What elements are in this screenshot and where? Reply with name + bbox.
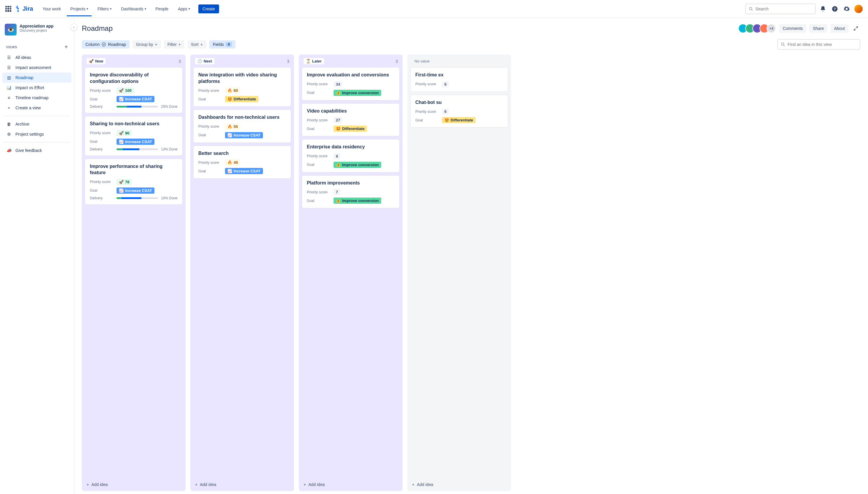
goal-emoji: 💰 [336, 198, 341, 203]
idea-card[interactable]: First-time exPriority score6 [410, 67, 508, 92]
add-view-icon[interactable]: + [65, 44, 68, 50]
idea-card[interactable]: Platform improvementsPriority score7Goal… [302, 175, 400, 209]
idea-card[interactable]: Enterprise data residencyPriority score8… [302, 139, 400, 172]
add-idea-label: Add idea [308, 482, 325, 487]
share-button[interactable]: Share [809, 24, 827, 33]
board-column-next: 🕐Next3New integration with video sharing… [190, 55, 294, 491]
priority-label: Priority score [90, 180, 116, 184]
nav-dashboards[interactable]: Dashboards▾ [117, 2, 150, 16]
app-switcher-icon[interactable] [5, 5, 12, 13]
board-column-later: ⏳Later3Improve evaluation and conversion… [299, 55, 402, 491]
filter-chip[interactable]: Filter+ [164, 40, 184, 49]
goal-label: Goal [307, 91, 333, 95]
goal-value: Increase CSAT [125, 188, 152, 193]
score-value: 100 [125, 88, 132, 93]
column-tag[interactable]: No value [412, 58, 432, 64]
about-button[interactable]: About [830, 24, 848, 33]
sidebar-item-all-ideas[interactable]: ☰All ideas [2, 53, 71, 62]
fields-chip[interactable]: Fields4 [209, 40, 235, 49]
goal-emoji: 🤩 [228, 97, 232, 101]
nav-apps[interactable]: Apps▾ [174, 2, 194, 16]
idea-card[interactable]: Improve evaluation and conversionsPriori… [302, 67, 400, 100]
idea-card[interactable]: Dashboards for non-technical usersPriori… [193, 110, 291, 143]
score-value: 78 [125, 180, 129, 184]
score-value: 6 [445, 82, 447, 87]
global-search[interactable] [745, 3, 816, 14]
idea-card[interactable]: Sharing to non-technical usersPriority s… [85, 116, 183, 156]
board-icon: ▥ [6, 75, 12, 80]
plus-icon: + [6, 106, 12, 110]
add-idea-button[interactable]: +Add idea [82, 478, 185, 491]
priority-label: Priority score [307, 118, 333, 122]
goal-pill: 🤩Differentiate [333, 126, 367, 132]
priority-score-pill: 7 [333, 189, 340, 195]
column-tag[interactable]: 🕐Next [195, 58, 214, 64]
idea-card[interactable]: Improve discoverability of configuration… [85, 67, 183, 113]
sort-chip[interactable]: Sort+ [187, 40, 206, 49]
profile-avatar[interactable] [854, 4, 863, 14]
goal-label: Goal [415, 118, 442, 122]
group-by-chip[interactable]: Group by+ [132, 40, 161, 49]
sidebar-item-create-view[interactable]: +Create a view [2, 103, 71, 113]
idea-card[interactable]: Chat-bot suPriority score6Goal🤩Different… [410, 95, 508, 128]
priority-label: Priority score [307, 190, 333, 194]
add-idea-button[interactable]: +Add idea [407, 478, 511, 491]
jira-logo[interactable]: Jira [14, 5, 33, 13]
content: Roadmap +3 Comments Share About Column [74, 18, 868, 494]
idea-card[interactable]: New integration with video sharing platf… [193, 67, 291, 107]
board-column-now: 🚀Now3Improve discoverability of configur… [82, 55, 185, 491]
column-tag[interactable]: ⏳Later [304, 58, 324, 64]
goal-emoji: 📈 [228, 169, 232, 173]
comments-button[interactable]: Comments [779, 24, 806, 33]
sidebar-item-timeline-roadmap[interactable]: ≡Timeline roadmap [2, 93, 71, 103]
help-icon[interactable]: ? [830, 4, 839, 14]
goal-label: Goal [198, 169, 225, 173]
priority-score-pill: 34 [333, 81, 342, 88]
goal-pill: 💰Improve conversion [333, 162, 381, 168]
project-header[interactable]: 👁️ Appreciation app Discovery project [2, 24, 71, 41]
plus-icon: + [195, 482, 197, 487]
sidebar-item-archive[interactable]: 🗑Archive [2, 119, 71, 129]
goal-pill: 🤩Differentiate [225, 96, 258, 102]
card-title: Enterprise data residency [307, 144, 395, 150]
find-idea-search[interactable] [777, 39, 860, 50]
avatar-stack[interactable]: +3 [738, 24, 776, 33]
global-search-input[interactable] [755, 6, 812, 11]
goal-value: Improve conversion [342, 163, 379, 167]
nav-filters[interactable]: Filters▾ [94, 2, 115, 16]
sidebar-item-label: Project settings [15, 132, 44, 136]
score-emoji: 🚀 [119, 131, 124, 135]
sidebar-item-project-settings[interactable]: ⚙Project settings [2, 129, 71, 139]
column-tag[interactable]: 🚀Now [87, 58, 106, 64]
goal-pill: 📈Increase CSAT [116, 139, 155, 145]
idea-card[interactable]: Improve performance of sharing featurePr… [85, 159, 183, 205]
goal-pill: 📈Increase CSAT [225, 168, 263, 174]
sidebar-item-roadmap[interactable]: ▥Roadmap [2, 73, 71, 83]
sidebar-item-give-feedback[interactable]: 📣Give feedback [2, 146, 71, 155]
nav-projects[interactable]: Projects▾ [67, 2, 92, 16]
collapse-sidebar-button[interactable]: ‹ [70, 24, 77, 31]
goal-emoji: 🤩 [445, 118, 449, 122]
column-chip[interactable]: Column Roadmap [82, 40, 129, 49]
priority-score-pill: 🚀78 [116, 179, 132, 185]
notifications-icon[interactable] [818, 4, 828, 14]
sidebar-item-impact-vs-effort[interactable]: 📊Impact vs Effort [2, 83, 71, 93]
trash-icon: 🗑 [6, 122, 12, 127]
sidebar-item-label: Create a view [15, 106, 41, 110]
nav-people[interactable]: People [152, 2, 172, 16]
add-idea-button[interactable]: +Add idea [299, 478, 402, 491]
idea-card[interactable]: Better searchPriority score🔥45Goal📈Incre… [193, 146, 291, 179]
create-button[interactable]: Create [198, 4, 219, 13]
score-value: 8 [336, 154, 338, 158]
avatar-more[interactable]: +3 [766, 24, 776, 33]
card-title: First-time ex [415, 72, 503, 78]
settings-icon[interactable] [842, 4, 851, 14]
expand-icon[interactable] [851, 24, 860, 33]
add-idea-button[interactable]: +Add idea [190, 478, 294, 491]
priority-label: Priority score [198, 160, 225, 165]
sidebar-item-impact-assessment[interactable]: ☰Impact assessment [2, 62, 71, 73]
nav-your-work[interactable]: Your work [39, 2, 65, 16]
find-idea-input[interactable] [788, 42, 857, 47]
idea-card[interactable]: Video capabilitiesPriority score27Goal🤩D… [302, 103, 400, 136]
search-icon [781, 42, 785, 47]
